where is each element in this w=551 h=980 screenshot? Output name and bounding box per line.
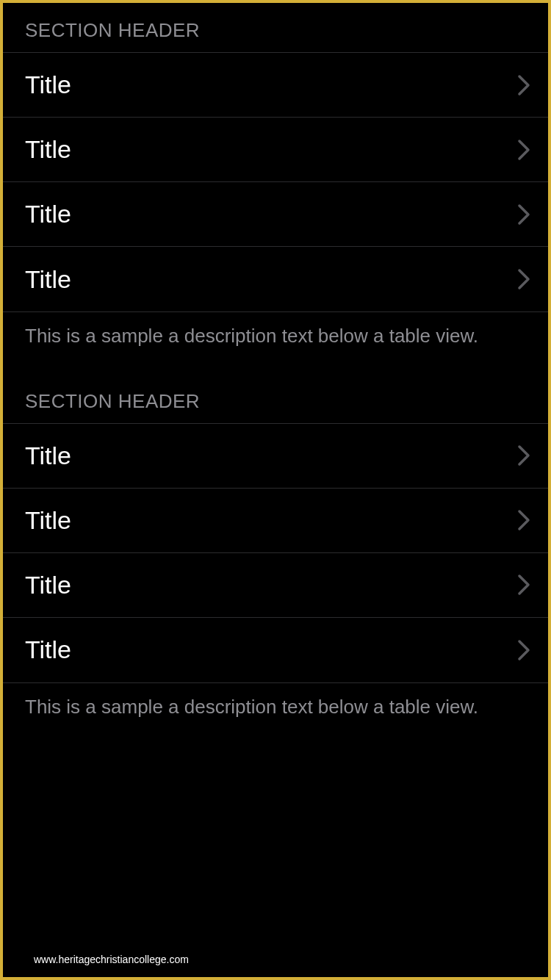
watermark: www.heritagechristiancollege.com [34,954,189,965]
chevron-right-icon [517,139,530,161]
chevron-right-icon [517,74,530,96]
table-view: Title Title Title Title [3,423,548,683]
row-title: Title [25,265,71,294]
table-row[interactable]: Title [3,618,548,682]
chevron-right-icon [517,444,530,466]
section-footer-label: This is a sample a description text belo… [25,696,478,718]
section-footer-label: This is a sample a description text belo… [25,325,478,347]
table-row[interactable]: Title [3,553,548,618]
row-title: Title [25,135,71,164]
row-title: Title [25,442,71,470]
section-footer: This is a sample a description text belo… [3,683,548,743]
table-row[interactable]: Title [3,424,548,489]
table-row[interactable]: Title [3,53,548,118]
row-title: Title [25,506,71,535]
section-header-label: SECTION HEADER [25,390,200,412]
table-row[interactable]: Title [3,247,548,311]
row-title: Title [25,635,71,664]
table-row[interactable]: Title [3,118,548,182]
row-title: Title [25,71,71,99]
chevron-right-icon [517,203,530,226]
chevron-right-icon [517,509,530,531]
table-view: Title Title Title Title [3,52,548,312]
chevron-right-icon [517,268,530,290]
section-footer: This is a sample a description text belo… [3,312,548,372]
section-header: SECTION HEADER [3,3,548,52]
watermark-label: www.heritagechristiancollege.com [34,954,189,965]
section-header: SECTION HEADER [3,372,548,423]
chevron-right-icon [517,574,530,596]
chevron-right-icon [517,639,530,661]
section-header-label: SECTION HEADER [25,19,200,41]
row-title: Title [25,571,71,599]
table-row[interactable]: Title [3,489,548,553]
table-row[interactable]: Title [3,182,548,247]
row-title: Title [25,200,71,228]
